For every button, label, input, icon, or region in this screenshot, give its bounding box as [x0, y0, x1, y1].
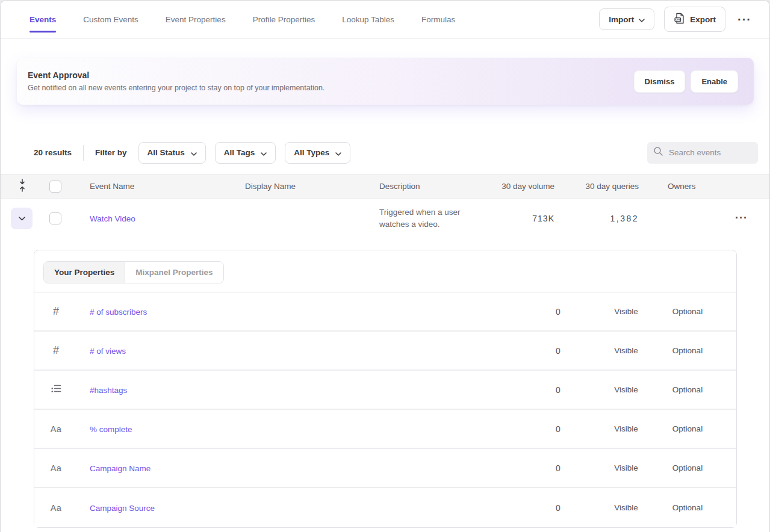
property-requirement[interactable]: Optional — [651, 346, 724, 355]
tab-event-properties[interactable]: Event Properties — [166, 1, 226, 38]
column-owners[interactable]: Owners — [639, 182, 699, 191]
number-type-icon: # — [34, 305, 78, 318]
property-name-cell: Campaign Source — [78, 503, 515, 513]
filter-by-label: Filter by — [95, 148, 127, 157]
tab-events[interactable]: Events — [29, 1, 56, 38]
banner-actions: Dismiss Enable — [634, 70, 739, 93]
chevron-down-icon — [335, 149, 341, 158]
tab-mixpanel-properties[interactable]: Mixpanel Properties — [125, 262, 223, 283]
types-filter-label: All Types — [294, 148, 329, 157]
column-30-day-volume[interactable]: 30 day volume — [494, 182, 554, 191]
import-button[interactable]: Import — [599, 8, 654, 30]
property-count: 0 — [515, 307, 601, 317]
dismiss-button[interactable]: Dismiss — [634, 70, 686, 93]
more-options-button[interactable]: ··· — [735, 13, 754, 25]
status-filter-label: All Status — [147, 148, 185, 157]
property-name-cell: #hashtags — [78, 385, 515, 395]
number-type-icon: # — [34, 344, 78, 357]
property-name-link[interactable]: % complete — [90, 425, 132, 434]
text-type-icon: Aa — [34, 503, 78, 513]
property-requirement[interactable]: Optional — [651, 463, 724, 472]
property-row: Aa Campaign Name 0 Visible Optional — [34, 449, 736, 488]
property-count: 0 — [515, 424, 601, 434]
row-menu-cell: ··· — [699, 212, 769, 224]
volume-value: 713K — [532, 214, 554, 223]
export-button[interactable]: csv Export — [664, 7, 725, 32]
property-name-link[interactable]: # of subscribers — [90, 308, 147, 317]
property-name-link[interactable]: # of views — [90, 347, 126, 356]
tab-your-properties[interactable]: Your Properties — [44, 262, 125, 283]
property-count: 0 — [515, 463, 601, 473]
app-window: Events Custom Events Event Properties Pr… — [0, 0, 770, 532]
property-count: 0 — [515, 503, 601, 513]
svg-text:csv: csv — [675, 18, 680, 21]
collapse-all-cell — [1, 179, 34, 194]
event-name-link[interactable]: Watch Video — [90, 214, 135, 223]
search-events-input[interactable] — [669, 148, 752, 157]
types-filter-dropdown[interactable]: All Types — [285, 142, 350, 164]
chevron-down-icon — [639, 15, 645, 24]
property-requirement[interactable]: Optional — [651, 385, 724, 394]
column-30-day-queries[interactable]: 30 day queries — [554, 182, 639, 191]
search-icon — [653, 146, 663, 159]
chevron-down-icon — [191, 149, 197, 158]
text-type-icon: Aa — [34, 424, 78, 435]
property-visibility[interactable]: Visible — [601, 385, 651, 394]
tab-profile-properties[interactable]: Profile Properties — [253, 1, 315, 38]
row-menu-button[interactable]: ··· — [735, 212, 748, 224]
tab-formulas[interactable]: Formulas — [421, 1, 455, 38]
event-name-cell: Watch Video — [90, 213, 245, 224]
property-name-cell: # of views — [78, 345, 515, 356]
row-checkbox[interactable] — [49, 212, 61, 224]
nav-actions: Import csv Export ··· — [599, 7, 754, 32]
property-name-link[interactable]: Campaign Source — [90, 504, 155, 513]
banner-subtitle: Get notified on all new events entering … — [28, 84, 324, 92]
volume-cell: 713K — [494, 213, 554, 224]
tags-filter-dropdown[interactable]: All Tags — [215, 142, 276, 164]
property-visibility[interactable]: Visible — [601, 307, 651, 316]
collapse-all-icon[interactable] — [18, 179, 26, 194]
search-events-box — [647, 142, 758, 164]
description-text: Triggered when a user watches a video. — [379, 206, 476, 230]
table-header: Event Name Display Name Description 30 d… — [1, 174, 769, 199]
column-display-name[interactable]: Display Name — [245, 182, 379, 191]
select-all-checkbox[interactable] — [49, 181, 61, 193]
queries-value: 1,382 — [610, 214, 639, 223]
column-description[interactable]: Description — [379, 182, 494, 191]
collapse-row-button[interactable] — [11, 208, 33, 229]
filter-row: 20 results Filter by All Status All Tags… — [34, 141, 758, 164]
property-requirement[interactable]: Optional — [651, 307, 724, 316]
csv-file-icon: csv — [674, 13, 685, 26]
list-type-icon — [34, 383, 78, 396]
queries-cell: 1,382 — [554, 213, 639, 224]
text-type-icon: Aa — [34, 463, 78, 474]
tab-lookup-tables[interactable]: Lookup Tables — [342, 1, 394, 38]
property-requirement[interactable]: Optional — [651, 503, 724, 512]
column-event-name[interactable]: Event Name — [90, 182, 245, 191]
tab-custom-events[interactable]: Custom Events — [83, 1, 138, 38]
property-visibility[interactable]: Visible — [601, 463, 651, 472]
property-name-cell: # of subscribers — [78, 306, 515, 317]
property-name-link[interactable]: #hashtags — [90, 386, 127, 395]
description-cell: Triggered when a user watches a video. — [379, 206, 494, 230]
nav-tabs: Events Custom Events Event Properties Pr… — [29, 1, 455, 38]
results-count: 20 results — [34, 148, 72, 157]
property-requirement[interactable]: Optional — [651, 424, 724, 433]
select-all-cell — [34, 181, 90, 193]
table-row: Watch Video Triggered when a user watche… — [1, 199, 769, 238]
property-row: # # of views 0 Visible Optional — [34, 332, 736, 371]
property-name-cell: % complete — [78, 424, 515, 435]
banner-title: Event Approval — [28, 71, 324, 79]
property-visibility[interactable]: Visible — [601, 346, 651, 355]
export-label: Export — [690, 15, 716, 24]
enable-button[interactable]: Enable — [691, 70, 738, 93]
property-name-link[interactable]: Campaign Name — [90, 464, 151, 473]
row-select-cell — [34, 212, 90, 224]
property-visibility[interactable]: Visible — [601, 424, 651, 433]
status-filter-dropdown[interactable]: All Status — [138, 142, 206, 164]
property-count: 0 — [515, 346, 601, 356]
property-visibility[interactable]: Visible — [601, 503, 651, 512]
chevron-down-icon — [261, 149, 267, 158]
tags-filter-label: All Tags — [224, 148, 255, 157]
import-label: Import — [609, 15, 634, 24]
